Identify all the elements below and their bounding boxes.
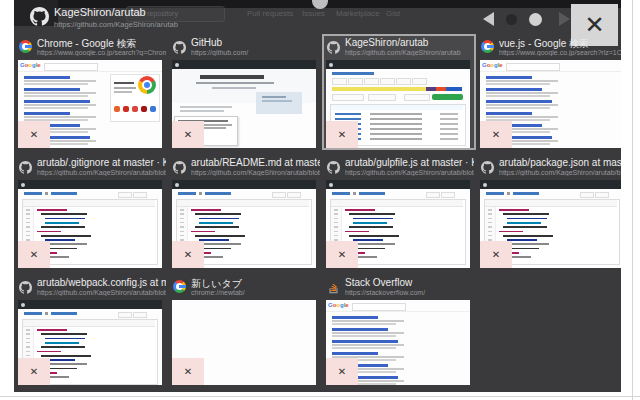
github-favicon-icon (19, 161, 32, 174)
tab-card-header: Chrome - Google 検索 https://www.google.co… (16, 36, 166, 60)
tab-card-header: arutab/gulpfile.js at master · KageShir … (324, 156, 474, 180)
popup-title: KageShiron/arutab (54, 6, 146, 18)
previous-page-arrow[interactable] (483, 12, 494, 26)
stackoverflow-favicon-icon (327, 281, 340, 294)
tab-url: chrome://newtab/ (191, 289, 320, 296)
github-favicon-icon (327, 41, 340, 54)
tab-url: https://www.google.co.jp/search?q=Chrome… (37, 49, 166, 56)
tab-card-header: KageShiron/arutab https://github.com/Kag… (324, 36, 474, 60)
close-tab-button[interactable]: ✕ (480, 121, 512, 148)
tab-thumbnail[interactable]: ✕ (18, 300, 162, 385)
github-favicon-icon (327, 161, 340, 174)
tab-thumbnail[interactable]: ✕ (326, 180, 470, 268)
ghost-nav-marketplace: Marketplace (336, 9, 380, 18)
close-tab-button[interactable]: ✕ (326, 241, 358, 268)
tab-card-5[interactable]: arutab/.gitignore at master · KageShir h… (16, 156, 166, 268)
tab-url: https://github.com/KageShiron/arutab/blo… (37, 289, 166, 296)
google-favicon-icon (173, 280, 186, 293)
tab-thumbnail[interactable]: Google✕ (326, 300, 470, 385)
chrome-logo-icon (138, 76, 156, 94)
tab-card-header: arutab/package.json at master · Kage htt… (478, 156, 621, 180)
tab-card-6[interactable]: arutab/README.md at master · KageS https… (170, 156, 320, 268)
next-page-arrow[interactable] (559, 12, 570, 26)
tab-thumbnail[interactable]: ✕ (172, 60, 316, 148)
tab-card-header: 新しいタブ chrome://newtab/ (170, 276, 320, 300)
close-tab-button[interactable]: ✕ (18, 121, 50, 148)
google-logo: Google (328, 302, 349, 308)
tab-title: KageShiron/arutab (345, 37, 474, 48)
github-octocat-icon (30, 7, 49, 26)
github-favicon-icon (19, 281, 32, 294)
tab-card-10[interactable]: 新しいタブ chrome://newtab/ ✕ (170, 276, 320, 385)
tab-card-header: arutab/webpack.config.js at master · K h… (16, 276, 166, 300)
github-favicon-icon (481, 161, 494, 174)
google-logo: Google (482, 62, 503, 68)
close-tab-button[interactable]: ✕ (326, 358, 358, 385)
tab-card-1[interactable]: Chrome - Google 検索 https://www.google.co… (16, 36, 166, 148)
background-page-divider (632, 0, 633, 400)
tab-url: https://www.google.co.jp/search?rlz=1C1G… (499, 49, 621, 56)
tab-thumbnail[interactable]: ✕ (480, 180, 621, 268)
close-tab-button[interactable]: ✕ (172, 121, 204, 148)
page-dot-1[interactable] (506, 14, 517, 25)
tab-thumbnail[interactable]: ✕ (18, 180, 162, 268)
tab-title: arutab/.gitignore at master · KageShir (37, 157, 166, 168)
tab-title: arutab/gulpfile.js at master · KageShir (345, 157, 474, 168)
github-favicon-icon (173, 161, 186, 174)
google-favicon-icon (481, 40, 494, 53)
tab-card-header: arutab/.gitignore at master · KageShir h… (16, 156, 166, 180)
ghost-nav-issues: Issues (302, 9, 325, 18)
tab-title: arutab/README.md at master · KageS (191, 157, 320, 168)
tab-title: arutab/webpack.config.js at master · K (37, 277, 166, 288)
popup-url: https://github.com/KageShiron/arutab (54, 20, 178, 29)
tab-url: https://github.com/KageShiron/arutab/blo… (345, 169, 474, 176)
tab-url: https://stackoverflow.com/ (345, 289, 474, 296)
tab-card-header: arutab/README.md at master · KageS https… (170, 156, 320, 180)
tab-card-header: vue.js - Google 検索 https://www.google.co… (478, 36, 621, 60)
close-tab-button[interactable]: ✕ (326, 121, 358, 148)
close-tab-button[interactable]: ✕ (480, 241, 512, 268)
tab-url: https://github.com/KageShiron/arutab/blo… (191, 169, 320, 176)
ghost-nav-pull-requests: Pull requests (247, 9, 293, 18)
google-logo: Google (20, 62, 41, 68)
tab-title: arutab/package.json at master · Kage (499, 157, 621, 168)
tab-card-8[interactable]: arutab/package.json at master · Kage htt… (478, 156, 621, 268)
tab-title: GitHub (191, 37, 320, 48)
tab-title: Stack Overflow (345, 277, 474, 288)
page-dot-2-active[interactable] (529, 13, 542, 26)
tab-url: https://github.com/ (191, 49, 320, 56)
tab-card-4[interactable]: vue.js - Google 検索 https://www.google.co… (478, 36, 621, 148)
tab-url: https://github.com/KageShiron/arutab (345, 49, 474, 56)
tab-thumbnail[interactable]: ✕ (326, 60, 470, 148)
tab-thumbnail[interactable]: Google✕ (480, 60, 621, 148)
tab-thumbnail[interactable]: ✕ (172, 180, 316, 268)
close-tab-button[interactable]: ✕ (172, 358, 204, 385)
tab-card-9[interactable]: arutab/webpack.config.js at master · K h… (16, 276, 166, 385)
tab-switcher-overlay: This repository Pull requests Issues Mar… (14, 0, 621, 392)
tab-url: https://github.com/KageShiron/arutab/blo… (499, 169, 621, 176)
ghost-nav-gist: Gist (386, 9, 400, 18)
tab-url: https://github.com/KageShiron/arutab/blo… (37, 169, 166, 176)
close-tab-button[interactable]: ✕ (18, 241, 50, 268)
close-tab-button[interactable]: ✕ (172, 241, 204, 268)
google-favicon-icon (19, 40, 32, 53)
tab-card-2[interactable]: GitHub https://github.com/ ✕ (170, 36, 320, 148)
screen: This repository Pull requests Issues Mar… (0, 0, 640, 400)
tab-card-header: Stack Overflow https://stackoverflow.com… (324, 276, 474, 300)
tab-card-7[interactable]: arutab/gulpfile.js at master · KageShir … (324, 156, 474, 268)
tab-card-3[interactable]: KageShiron/arutab https://github.com/Kag… (324, 36, 474, 148)
github-favicon-icon (173, 41, 186, 54)
tab-card-11[interactable]: Stack Overflow https://stackoverflow.com… (324, 276, 474, 385)
tab-card-header: GitHub https://github.com/ (170, 36, 320, 60)
close-tab-button[interactable]: ✕ (18, 358, 50, 385)
background-page-footer-line (0, 396, 640, 397)
tab-thumbnail[interactable]: ✕ (172, 300, 316, 385)
tab-thumbnail[interactable]: Google✕ (18, 60, 162, 148)
